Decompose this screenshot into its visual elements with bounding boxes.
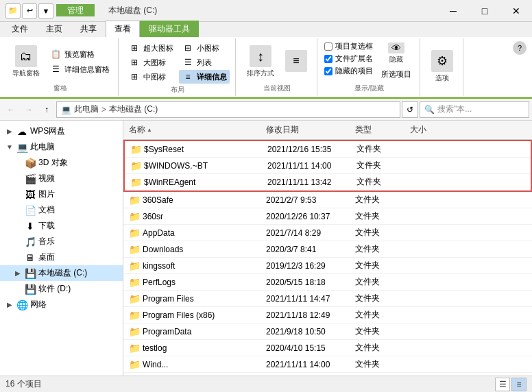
details-view-btn[interactable]: ≡ 详细信息 xyxy=(179,70,230,84)
file-type-appdata: 文件夹 xyxy=(350,226,404,239)
hide-btn[interactable]: 👁 隐藏 xyxy=(378,41,414,66)
close-button[interactable]: ✕ xyxy=(500,0,532,22)
list-view-btn[interactable]: ☰ 列表 xyxy=(179,56,230,69)
file-label-sysreset: $SysReset xyxy=(144,145,184,154)
maximize-button[interactable]: □ xyxy=(469,0,500,22)
qat-dropdown-btn[interactable]: ▼ xyxy=(38,3,53,19)
sort-icon: ↕ xyxy=(250,45,271,67)
item-checkbox-label: 项目复选框 xyxy=(335,41,373,51)
up-button[interactable]: ↑ xyxy=(38,101,55,118)
forward-button[interactable]: → xyxy=(21,101,37,118)
sidebar-item-downloads[interactable]: ⬇ 下载 xyxy=(0,218,123,234)
file-size-perflogs xyxy=(404,282,446,283)
file-name-360safe: 📁 360Safe xyxy=(123,194,261,206)
file-label-downloads: Downloads xyxy=(143,245,183,254)
file-row-testlog[interactable]: 📁 testlog 2020/4/10 15:15 文件夹 xyxy=(123,340,532,356)
ribbon-group-current-view: ↕ 排序方式 ≡ 当前视图 xyxy=(237,38,317,96)
preview-pane-btn[interactable]: 📋 预览窗格 xyxy=(47,47,112,61)
sidebar-item-music[interactable]: 🎵 音乐 xyxy=(0,234,123,249)
tab-share[interactable]: 共享 xyxy=(71,21,106,37)
file-row-program-files-x86[interactable]: 📁 Program Files (x86) 2021/11/18 12:49 文… xyxy=(123,307,532,323)
large-icon: ⊞ xyxy=(128,56,141,69)
minimize-button[interactable]: ─ xyxy=(437,0,469,22)
show-hide-group-label: 显示/隐藏 xyxy=(354,82,384,93)
file-row-perflogs[interactable]: 📁 PerfLogs 2020/5/15 18:18 文件夹 xyxy=(123,274,532,291)
large-icon-btn[interactable]: ⊞ 大图标 xyxy=(125,56,176,69)
qat-folder-btn[interactable]: 📁 xyxy=(5,3,21,19)
file-label-360sr: 360sr xyxy=(143,212,163,221)
file-label-windows-bt: $WINDOWS.~BT xyxy=(144,161,208,171)
sidebar-item-desktop[interactable]: 🖥 桌面 xyxy=(0,249,123,265)
hidden-checkbox[interactable] xyxy=(324,67,332,75)
tab-home[interactable]: 主页 xyxy=(37,21,71,37)
docs-label: 文档 xyxy=(38,204,117,216)
tab-drive-tools[interactable]: 驱动器工具 xyxy=(140,21,199,37)
video-icon: 🎬 xyxy=(25,173,36,184)
sidebar-item-video[interactable]: 🎬 视频 xyxy=(0,171,123,186)
back-button[interactable]: ← xyxy=(3,101,19,118)
show-hide-content: 项目复选框 文件扩展名 隐藏的项目 👁 隐藏 所选项目 xyxy=(324,41,414,82)
folder-icon-downloads: 📁 xyxy=(129,244,140,255)
sidebar-item-3d[interactable]: 📦 3D 对象 xyxy=(0,155,123,171)
header-name[interactable]: 名称 ▲ xyxy=(123,123,261,137)
tab-view[interactable]: 查看 xyxy=(106,21,140,37)
file-row-appdata[interactable]: 📁 AppData 2021/7/14 8:29 文件夹 xyxy=(123,225,532,241)
desktop-icon: 🖥 xyxy=(25,252,36,263)
highlighted-group: 📁 $SysReset 2021/12/16 15:35 文件夹 📁 $WIND… xyxy=(123,140,532,192)
sidebar-item-d-drive[interactable]: 💾 软件 (D:) xyxy=(0,281,123,297)
folder-icon-program-files: 📁 xyxy=(129,293,140,304)
file-size-downloads xyxy=(404,249,446,250)
details-icon: ☰ xyxy=(49,63,62,75)
help-btn[interactable]: ? xyxy=(513,41,527,55)
small-icon-btn[interactable]: ⊟ 小图标 xyxy=(179,41,230,55)
file-name-kingssoft: 📁 kingssoft xyxy=(123,260,261,272)
medium-icon-btn[interactable]: ⊞ 中图标 xyxy=(125,70,176,84)
folder-icon-360safe: 📁 xyxy=(129,195,140,206)
list-view-toggle[interactable]: ☰ xyxy=(495,378,510,391)
folder-icon-appdata: 📁 xyxy=(129,228,140,238)
group-btn[interactable]: ≡ xyxy=(281,41,311,82)
file-row-downloads[interactable]: 📁 Downloads 2020/3/7 8:41 文件夹 xyxy=(123,241,532,258)
sort-btn[interactable]: ↕ 排序方式 xyxy=(243,41,278,82)
selected-items-btn[interactable]: 所选项目 xyxy=(378,69,414,80)
sidebar-item-network[interactable]: ▶ 🌐 网络 xyxy=(0,297,123,313)
file-type-program-files: 文件夹 xyxy=(350,292,404,305)
sidebar-item-docs[interactable]: 📄 文档 xyxy=(0,202,123,218)
item-checkbox[interactable] xyxy=(324,42,332,51)
music-label: 音乐 xyxy=(38,236,117,247)
file-size-wind xyxy=(404,364,446,365)
refresh-button[interactable]: ↺ xyxy=(402,101,418,118)
options-btn[interactable]: ⚙ 选项 xyxy=(427,46,457,87)
file-row-360sr[interactable]: 📁 360sr 2020/12/26 10:37 文件夹 xyxy=(123,208,532,225)
file-label-kingssoft: kingssoft xyxy=(143,261,175,271)
file-row-programdata[interactable]: 📁 ProgramData 2021/9/18 10:50 文件夹 xyxy=(123,323,532,340)
file-row-kingssoft[interactable]: 📁 kingssoft 2019/12/3 16:29 文件夹 xyxy=(123,258,532,274)
thispc-label: 此电脑 xyxy=(30,141,117,153)
address-bar[interactable]: 💻 此电脑 > 本地磁盘 (C:) xyxy=(56,101,400,118)
file-row-winreagent[interactable]: 📁 $WinREAgent 2021/11/11 13:42 文件夹 xyxy=(125,174,531,191)
tab-file[interactable]: 文件 xyxy=(3,21,37,37)
qat-undo-btn[interactable]: ↩ xyxy=(22,3,37,19)
details-pane-btn[interactable]: ☰ 详细信息窗格 xyxy=(47,62,112,76)
details-view-toggle[interactable]: ≡ xyxy=(511,378,527,391)
header-date[interactable]: 修改日期 xyxy=(261,123,350,137)
file-row-360safe[interactable]: 📁 360Safe 2021/2/7 9:53 文件夹 xyxy=(123,192,532,208)
file-row-program-files[interactable]: 📁 Program Files 2021/11/11 14:47 文件夹 xyxy=(123,291,532,307)
file-name-programdata: 📁 ProgramData xyxy=(123,326,261,338)
sidebar-item-pictures[interactable]: 🖼 图片 xyxy=(0,186,123,202)
header-type[interactable]: 类型 xyxy=(350,123,404,137)
sidebar-item-thispc[interactable]: ▼ 💻 此电脑 xyxy=(0,139,123,155)
header-size[interactable]: 大小 xyxy=(404,123,446,137)
ext-checkbox[interactable] xyxy=(324,55,332,63)
nav-pane-btn[interactable]: 🗂 导航窗格 xyxy=(8,41,44,82)
d-drive-label: 软件 (D:) xyxy=(38,283,117,295)
file-row-windows-bt[interactable]: 📁 $WINDOWS.~BT 2021/11/11 14:00 文件夹 xyxy=(125,158,531,174)
search-bar[interactable]: 🔍 搜索"本... xyxy=(420,101,529,118)
extra-large-icon-btn[interactable]: ⊞ 超大图标 xyxy=(125,41,176,55)
file-row-sysreset[interactable]: 📁 $SysReset 2021/12/16 15:35 文件夹 xyxy=(125,141,531,158)
ribbon-group-show-hide: 项目复选框 文件扩展名 隐藏的项目 👁 隐藏 所选项目 xyxy=(319,38,420,96)
sidebar-item-wps[interactable]: ▶ ☁ WPS网盘 xyxy=(0,123,123,139)
sidebar-item-c-drive[interactable]: ▶ 💾 本地磁盘 (C:) xyxy=(0,265,123,281)
file-row-wind[interactable]: 📁 Wind... 2021/11/11 14:00 文件夹 xyxy=(123,356,532,373)
file-type-sysreset: 文件夹 xyxy=(351,143,406,156)
